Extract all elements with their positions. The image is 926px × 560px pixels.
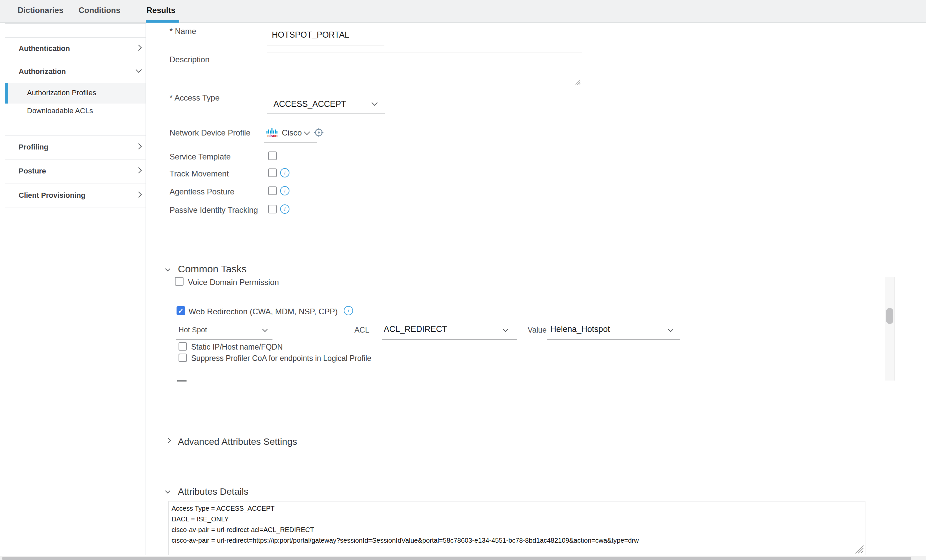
acl-label: ACL <box>354 326 369 335</box>
advanced-attributes-title: Advanced Attributes Settings <box>178 436 297 447</box>
divider <box>5 135 145 136</box>
textarea-resize-handle[interactable] <box>575 79 581 85</box>
chevron-right-icon <box>166 438 171 444</box>
chevron-right-icon <box>136 192 142 198</box>
selected-indicator-bar <box>5 83 8 104</box>
service-template-checkbox[interactable] <box>268 151 277 160</box>
track-movement-label: Track Movement <box>169 169 229 178</box>
chevron-right-icon <box>136 167 142 173</box>
common-tasks-title: Common Tasks <box>178 263 247 275</box>
common-tasks-scrollbar-thumb[interactable] <box>886 308 893 324</box>
active-tab-underline <box>146 20 179 23</box>
network-device-profile-label: Network Device Profile <box>169 128 251 137</box>
sidebar-item-label: Client Provisioning <box>19 191 85 200</box>
tab-conditions[interactable]: Conditions <box>79 6 120 15</box>
static-ip-checkbox[interactable] <box>179 342 187 350</box>
chevron-down-icon <box>262 327 268 332</box>
chevron-right-icon <box>136 45 142 51</box>
network-device-profile-underline <box>264 142 317 143</box>
passive-identity-label: Passive Identity Tracking <box>169 205 258 215</box>
chevron-down-icon <box>668 327 673 332</box>
cisco-logo-icon: cisco <box>266 127 279 139</box>
sidebar-item-label: Authorization Profiles <box>27 89 96 97</box>
network-device-profile-value: Cisco <box>282 128 302 137</box>
divider <box>5 159 145 160</box>
cisco-logo-text: cisco <box>266 134 279 138</box>
access-type-value: ACCESS_ACCEPT <box>274 99 346 109</box>
suppress-profiler-checkbox[interactable] <box>179 353 187 362</box>
chevron-down-icon <box>371 100 377 106</box>
sidebar-item-label: Authorization <box>19 67 66 76</box>
attributes-box-resize-handle[interactable] <box>854 544 864 554</box>
suppress-profiler-label: Suppress Profiler CoA for endpoints in L… <box>191 354 371 363</box>
horizontal-scrollbar-thumb[interactable] <box>2 557 911 560</box>
sidebar-item-label: Profiling <box>19 143 48 151</box>
chevron-down-icon <box>165 488 171 494</box>
chevron-down-icon <box>304 129 310 135</box>
web-redirection-label: Web Redirection (CWA, MDM, NSP, CPP) <box>189 307 338 316</box>
sidebar-item-label: Downloadable ACLs <box>27 107 93 115</box>
chevron-down-icon <box>165 266 171 272</box>
agentless-posture-label: Agentless Posture <box>169 187 235 196</box>
redirect-type-underline <box>176 339 272 340</box>
value-underline <box>547 339 680 340</box>
top-tab-bar: Dictionaries Conditions Results <box>0 0 926 23</box>
value-value: Helena_Hotspot <box>550 324 610 334</box>
service-template-label: Service Template <box>169 152 231 162</box>
name-label: * Name <box>169 27 196 36</box>
tab-results[interactable]: Results <box>147 6 176 15</box>
window-right-edge <box>924 23 925 560</box>
clipped-content-dash <box>177 380 186 382</box>
name-input-underline <box>267 45 384 46</box>
network-device-target-icon[interactable] <box>313 127 324 138</box>
passive-identity-info-icon[interactable]: i <box>280 204 289 214</box>
access-type-underline <box>267 113 385 114</box>
divider <box>5 37 145 38</box>
acl-underline <box>382 339 517 340</box>
left-nav-panel: Authentication Authorization Authorizati… <box>5 23 146 555</box>
static-ip-label: Static IP/Host name/FQDN <box>191 343 283 352</box>
sidebar-item-authorization-profiles[interactable]: Authorization Profiles <box>5 83 145 104</box>
attributes-details-title: Attributes Details <box>178 486 248 497</box>
agentless-posture-info-icon[interactable]: i <box>280 186 289 195</box>
chevron-right-icon <box>136 143 142 149</box>
chevron-down-icon <box>136 66 142 72</box>
attribute-line: Access Type = ACCESS_ACCEPT <box>171 505 274 512</box>
attribute-line: cisco-av-pair = url-redirect-acl=ACL_RED… <box>171 526 314 534</box>
voice-domain-label: Voice Domain Permission <box>188 278 279 287</box>
description-label: Description <box>169 55 210 64</box>
redirect-type-value: Hot Spot <box>179 326 207 334</box>
sidebar-item-label: Posture <box>19 167 46 175</box>
acl-value: ACL_REDIRECT <box>384 324 447 334</box>
section-divider <box>165 421 904 421</box>
web-redirection-checkbox[interactable]: ✓ <box>177 306 185 315</box>
agentless-posture-checkbox[interactable] <box>268 186 277 195</box>
common-tasks-scrollbar-track[interactable] <box>885 277 895 380</box>
tab-dictionaries[interactable]: Dictionaries <box>18 6 63 15</box>
section-divider <box>165 250 901 250</box>
attribute-line: DACL = ISE_ONLY <box>171 515 229 523</box>
description-textarea[interactable] <box>267 53 582 86</box>
web-redirection-info-icon[interactable]: i <box>344 306 353 315</box>
chevron-down-icon <box>503 327 508 332</box>
section-divider <box>165 476 904 476</box>
voice-domain-checkbox[interactable] <box>175 277 183 286</box>
track-movement-info-icon[interactable]: i <box>280 168 289 177</box>
track-movement-checkbox[interactable] <box>268 169 277 177</box>
divider <box>5 207 145 207</box>
attributes-details-box: Access Type = ACCESS_ACCEPT DACL = ISE_O… <box>168 501 865 555</box>
name-input[interactable]: HOTSPOT_PORTAL <box>272 30 349 39</box>
value-label: Value <box>528 326 546 335</box>
access-type-label: * Access Type <box>169 93 219 103</box>
attribute-line: cisco-av-pair = url-redirect=https://ip:… <box>171 537 639 544</box>
passive-identity-checkbox[interactable] <box>268 205 277 213</box>
sidebar-item-label: Authentication <box>19 44 70 53</box>
